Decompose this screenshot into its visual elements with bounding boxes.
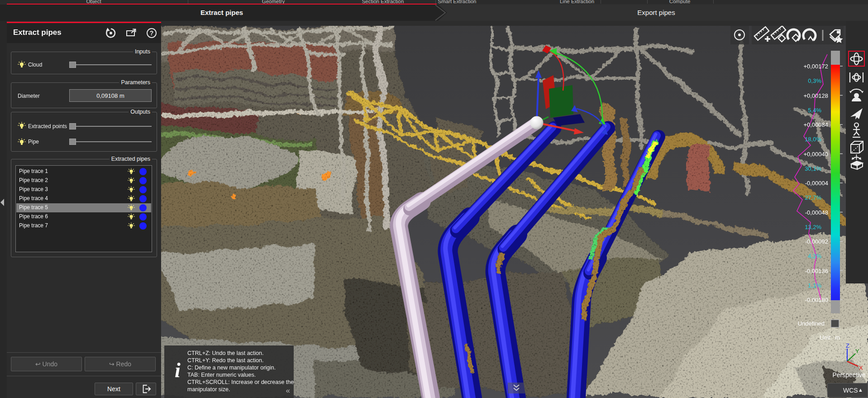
svg-text:-0,00180: -0,00180	[805, 297, 828, 303]
svg-text:5,4%: 5,4%	[808, 107, 821, 114]
svg-text:-0,00136: -0,00136	[805, 268, 828, 274]
svg-text:Z: Z	[846, 342, 849, 349]
svg-text:Unit: m: Unit: m	[820, 334, 840, 341]
svg-text:X: X	[859, 364, 863, 371]
svg-text:-0,00048: -0,00048	[805, 209, 828, 216]
svg-text:Perspective: Perspective	[832, 371, 865, 379]
svg-text:+0,00040: +0,00040	[803, 151, 828, 158]
svg-text:Undefined: Undefined	[798, 320, 825, 327]
svg-text:18,0%: 18,0%	[805, 136, 821, 143]
svg-text:+0,00172: +0,00172	[803, 63, 828, 70]
svg-text:30,1%: 30,1%	[805, 165, 821, 172]
svg-text:Y: Y	[855, 348, 859, 355]
svg-text:1,1%: 1,1%	[808, 282, 821, 289]
svg-text:27,7%: 27,7%	[805, 194, 821, 201]
svg-text:-0,00004: -0,00004	[805, 180, 828, 187]
svg-text:?: ?	[150, 29, 154, 37]
svg-text:+0,00084: +0,00084	[803, 121, 828, 128]
svg-text:4,2%: 4,2%	[808, 253, 821, 259]
svg-text:0,3%: 0,3%	[808, 77, 821, 84]
svg-text:13,2%: 13,2%	[805, 224, 821, 230]
svg-text:-0,00092: -0,00092	[805, 238, 828, 245]
svg-text:+0,00128: +0,00128	[803, 92, 828, 99]
